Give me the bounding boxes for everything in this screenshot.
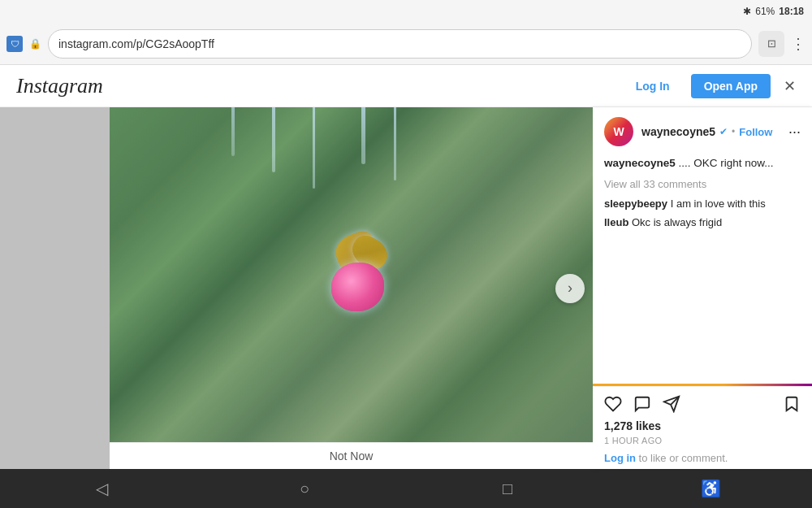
comment-2-username[interactable]: lleub [604,216,628,228]
next-post-button[interactable]: › [555,274,585,303]
tab-switcher-button[interactable]: ⊡ [758,31,784,57]
close-button[interactable]: ✕ [784,77,796,95]
post-header-info: waynecoyne5 ✔ • Follow [641,125,780,138]
comment-button[interactable] [633,395,651,413]
accessibility-button[interactable]: ♿ [678,479,743,498]
login-link[interactable]: Log in [604,452,636,464]
security-icon: 🛡 [6,36,23,52]
verified-icon: ✔ [719,126,728,137]
home-button[interactable]: ○ [272,480,337,498]
back-button[interactable]: ◁ [69,479,134,498]
side-left-area [0,107,110,469]
post-photo-area: Not Now [110,107,593,469]
more-options-button[interactable]: ··· [788,124,801,141]
comment-row-1: sleepybeepy I am in love with this [604,197,801,211]
caption-body: .... OKC right now... [679,157,774,169]
open-app-button[interactable]: Open App [691,74,771,98]
likes-count: 1,278 likes [604,419,801,432]
instagram-header: Instagram Log In Open App ✕ [0,65,812,107]
username-row: waynecoyne5 ✔ • Follow [641,125,780,138]
not-now-label: Not Now [330,449,374,462]
post-caption: waynecoyne5 .... OKC right now... [604,156,801,172]
bookmark-button[interactable] [783,395,801,413]
time-display: 18:18 [779,6,804,17]
post-image [110,107,593,469]
browser-menu-button[interactable]: ⋮ [791,35,806,53]
status-icons: ✱ 61% 18:18 [743,6,804,17]
post-content: waynecoyne5 .... OKC right now... View a… [593,156,812,384]
username[interactable]: waynecoyne5 [641,125,715,138]
share-button[interactable] [663,395,680,413]
not-now-bar[interactable]: Not Now [110,442,593,469]
avatar: W [604,117,633,146]
like-button[interactable] [604,395,622,413]
time-ago: 1 HOUR AGO [604,436,801,445]
action-icons [604,395,801,413]
main-content: Not Now › W waynecoyne5 ✔ • Follow ··· w… [0,107,812,469]
comment-1-username[interactable]: sleepybeepy [604,198,667,210]
action-bar: 1,278 likes 1 HOUR AGO Log in to like or… [593,386,812,469]
lock-icon: 🔒 [29,38,41,50]
url-text: instagram.com/p/CG2sAoopTff [58,37,214,50]
caption-username[interactable]: waynecoyne5 [604,157,676,169]
recent-apps-button[interactable]: □ [475,480,540,498]
follow-button[interactable]: Follow [739,126,772,138]
status-bar: ✱ 61% 18:18 [0,0,812,23]
instagram-logo: Instagram [16,74,103,98]
post-header: W waynecoyne5 ✔ • Follow ··· [593,107,812,156]
login-prompt-suffix: to like or comment. [636,452,728,464]
view-comments-link[interactable]: View all 33 comments [604,178,801,190]
comment-row-2: lleub Okc is always frigid [604,215,801,230]
login-prompt: Log in to like or comment. [604,452,801,464]
android-nav-bar: ◁ ○ □ ♿ [0,469,812,508]
login-button[interactable]: Log In [623,75,683,98]
flower-svg [327,234,400,307]
battery-status: 61% [755,6,775,17]
header-actions: Log In Open App ✕ [623,74,796,98]
separator-dot: • [732,126,735,137]
address-bar[interactable]: instagram.com/p/CG2sAoopTff [48,29,752,59]
bluetooth-icon: ✱ [743,6,751,17]
browser-chrome: 🛡 🔒 instagram.com/p/CG2sAoopTff ⊡ ⋮ [0,23,812,65]
post-panel: W waynecoyne5 ✔ • Follow ··· waynecoyne5… [593,107,812,469]
